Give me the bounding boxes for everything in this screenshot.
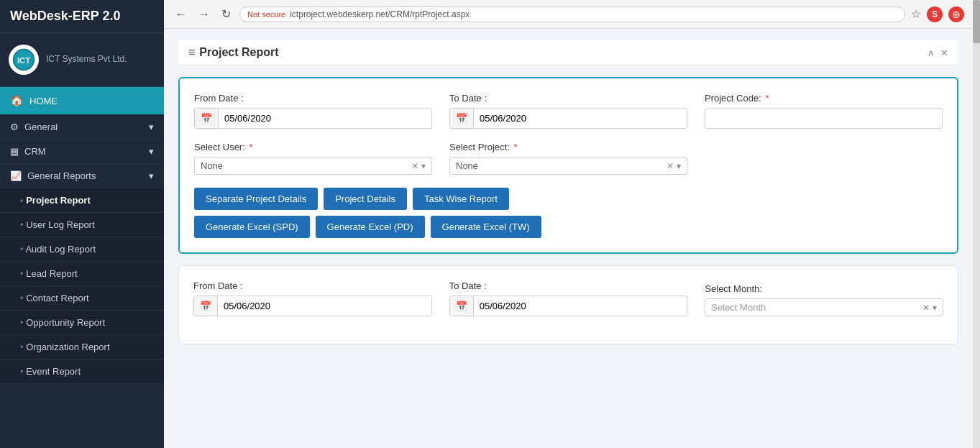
clear-icon-month[interactable]: ✕ bbox=[922, 303, 930, 313]
from-date-input-2[interactable] bbox=[218, 296, 431, 316]
sidebar-sub-opportunity-report[interactable]: Opportunity Report bbox=[0, 311, 164, 335]
sidebar-sub-contact-report[interactable]: Contact Report bbox=[0, 286, 164, 311]
select-user-group: Select User: * None ✕ ▾ bbox=[194, 142, 432, 175]
calendar-icon: 📅 bbox=[195, 109, 219, 128]
select-user-controls: ✕ ▾ bbox=[411, 161, 426, 171]
to-date-group-2: To Date : 📅 bbox=[449, 280, 688, 316]
url-bar[interactable]: Not secure ictproject.webdeskerp.net/CRM… bbox=[239, 6, 905, 22]
select-month-value: Select Month bbox=[711, 302, 922, 313]
select-project-controls: ✕ ▾ bbox=[667, 161, 681, 171]
sidebar-sub-organization-report[interactable]: Organization Report bbox=[0, 335, 164, 360]
from-date-input-wrapper: 📅 bbox=[194, 108, 432, 129]
to-date-input[interactable] bbox=[474, 109, 687, 128]
star-icon[interactable]: ☆ bbox=[911, 7, 921, 21]
sidebar-company: ICT ICT Systems Pvt Ltd. bbox=[0, 33, 164, 87]
sidebar-sub-event-report[interactable]: Event Report bbox=[0, 360, 164, 384]
chevron-down-icon: ▾ bbox=[149, 122, 154, 132]
report-card-1: From Date : 📅 To Date : 📅 bbox=[178, 77, 958, 254]
company-name: ICT Systems Pvt Ltd. bbox=[46, 54, 127, 65]
user-avatar[interactable]: S bbox=[927, 6, 943, 22]
from-date-label: From Date : bbox=[194, 93, 432, 104]
separate-project-details-button[interactable]: Separate Project Details bbox=[194, 188, 318, 210]
home-icon: 🏠 bbox=[10, 94, 24, 107]
form-row-2-dates: From Date : 📅 To Date : 📅 bbox=[193, 280, 943, 316]
sidebar-item-general[interactable]: ⚙ General ▾ bbox=[0, 115, 164, 140]
clear-icon[interactable]: ✕ bbox=[411, 161, 418, 171]
select-month-group: Select Month: Select Month ✕ ▾ bbox=[705, 283, 943, 316]
select-user-label: Select User: * bbox=[194, 142, 432, 152]
from-date-group-2: From Date : 📅 bbox=[193, 280, 432, 316]
sidebar-sub-user-log-report[interactable]: User Log Report bbox=[0, 213, 164, 237]
page-content: ≡ Project Report ∧ ✕ From Date : bbox=[164, 29, 973, 448]
to-date-label-2: To Date : bbox=[449, 280, 688, 291]
close-button[interactable]: ✕ bbox=[940, 47, 948, 58]
to-date-input-2[interactable] bbox=[474, 296, 687, 316]
back-button[interactable]: ← bbox=[173, 6, 190, 22]
reports-icon: 📈 bbox=[10, 170, 22, 181]
hamburger-icon: ≡ bbox=[188, 46, 195, 59]
page-header-actions: ∧ ✕ bbox=[928, 47, 948, 58]
chevron-down-icon-reports: ▾ bbox=[149, 170, 154, 181]
btn-row-1: Separate Project Details Project Details… bbox=[194, 188, 943, 210]
project-code-label: Project Code: * bbox=[705, 93, 943, 104]
refresh-button[interactable]: ↻ bbox=[219, 6, 234, 22]
select-month-controls: ✕ ▾ bbox=[922, 303, 937, 313]
to-date-group: To Date : 📅 bbox=[449, 93, 687, 129]
to-date-input-wrapper: 📅 bbox=[449, 108, 687, 129]
chevron-down-icon-project[interactable]: ▾ bbox=[677, 161, 681, 171]
crm-icon: ▦ bbox=[10, 146, 19, 157]
main-content: ← → ↻ Not secure ictproject.webdeskerp.n… bbox=[164, 0, 973, 448]
sidebar: WebDesk-ERP 2.0 ICT ICT Systems Pvt Ltd.… bbox=[0, 0, 164, 448]
svg-text:ICT: ICT bbox=[17, 56, 30, 65]
task-wise-report-button[interactable]: Task Wise Report bbox=[413, 188, 509, 210]
generate-excel-tw-button[interactable]: Generate Excel (TW) bbox=[431, 216, 541, 238]
form-row-dates: From Date : 📅 To Date : 📅 bbox=[194, 93, 943, 129]
form-row-selects: Select User: * None ✕ ▾ bbox=[194, 142, 943, 175]
from-date-input-wrapper-2: 📅 bbox=[193, 296, 432, 316]
chevron-down-icon-crm: ▾ bbox=[149, 146, 154, 157]
chevron-down-icon-month[interactable]: ▾ bbox=[933, 303, 937, 313]
page-title: ≡ Project Report bbox=[188, 46, 279, 59]
select-user-value: None bbox=[201, 160, 411, 171]
calendar-icon-to: 📅 bbox=[450, 109, 474, 128]
select-project-dropdown[interactable]: None ✕ ▾ bbox=[449, 157, 687, 175]
generate-excel-spd-button[interactable]: Generate Excel (SPD) bbox=[194, 216, 310, 238]
project-code-required: * bbox=[765, 93, 769, 104]
report-card-2: From Date : 📅 To Date : 📅 bbox=[178, 265, 958, 344]
select-user-required: * bbox=[249, 142, 252, 152]
chevron-down-icon-user[interactable]: ▾ bbox=[421, 161, 426, 171]
sidebar-item-crm[interactable]: ▦ CRM ▾ bbox=[0, 140, 164, 164]
from-date-input[interactable] bbox=[219, 109, 431, 128]
sidebar-item-home[interactable]: 🏠 HOME bbox=[0, 87, 164, 115]
url-text: ictproject.webdeskerp.net/CRM/rptProject… bbox=[290, 9, 470, 19]
calendar-icon-2: 📅 bbox=[194, 296, 218, 316]
menu-icon[interactable]: ⊕ bbox=[948, 6, 964, 22]
company-logo: ICT bbox=[9, 45, 39, 75]
select-month-dropdown[interactable]: Select Month ✕ ▾ bbox=[705, 298, 943, 316]
sidebar-brand: WebDesk-ERP 2.0 bbox=[0, 0, 164, 33]
project-details-button[interactable]: Project Details bbox=[324, 188, 407, 210]
clear-icon-project[interactable]: ✕ bbox=[667, 161, 674, 171]
page-header: ≡ Project Report ∧ ✕ bbox=[178, 40, 958, 65]
to-date-input-wrapper-2: 📅 bbox=[449, 296, 688, 316]
project-code-group: Project Code: * bbox=[705, 93, 943, 129]
browser-bar: ← → ↻ Not secure ictproject.webdeskerp.n… bbox=[164, 0, 973, 29]
select-project-value: None bbox=[456, 160, 667, 171]
generate-excel-pd-button[interactable]: Generate Excel (PD) bbox=[316, 216, 425, 238]
from-date-label-2: From Date : bbox=[193, 280, 432, 291]
forward-button[interactable]: → bbox=[196, 6, 213, 22]
select-project-label: Select Project: * bbox=[449, 142, 687, 152]
sidebar-item-general-reports[interactable]: 📈 General Reports ▾ bbox=[0, 164, 164, 188]
calendar-icon-to-2: 📅 bbox=[450, 296, 474, 316]
scrollbar[interactable] bbox=[973, 0, 980, 448]
from-date-group: From Date : 📅 bbox=[194, 93, 432, 129]
select-project-group: Select Project: * None ✕ ▾ bbox=[449, 142, 687, 175]
collapse-button[interactable]: ∧ bbox=[928, 47, 935, 58]
sidebar-sub-lead-report[interactable]: Lead Report bbox=[0, 262, 164, 286]
sidebar-sub-project-report[interactable]: Project Report bbox=[0, 188, 164, 213]
sidebar-sub-audit-log-report[interactable]: Audit Log Report bbox=[0, 237, 164, 262]
scrollbar-thumb[interactable] bbox=[973, 0, 980, 43]
project-code-input[interactable] bbox=[705, 108, 943, 129]
security-label: Not secure bbox=[247, 10, 285, 19]
select-user-dropdown[interactable]: None ✕ ▾ bbox=[194, 157, 432, 175]
